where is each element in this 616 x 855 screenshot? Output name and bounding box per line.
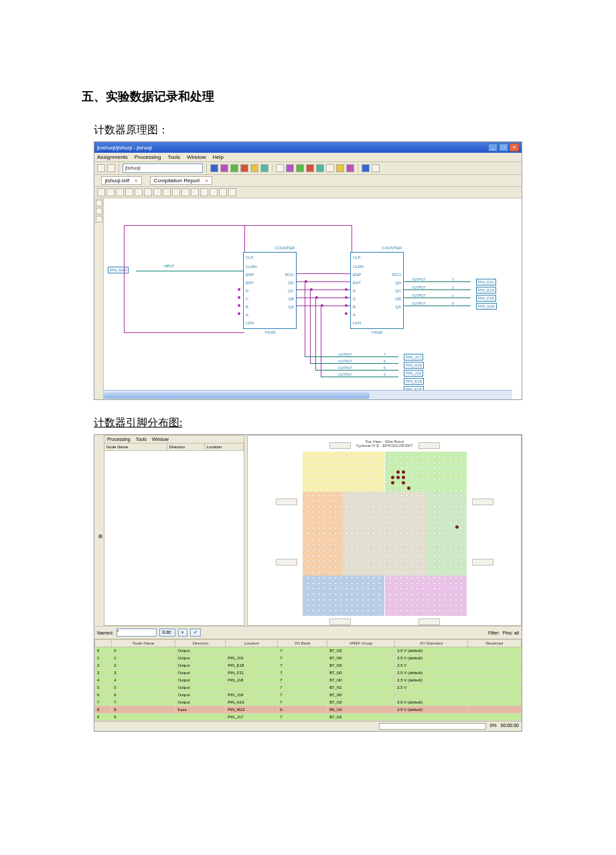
cell[interactable]: 7 <box>278 662 327 669</box>
cell[interactable]: 3 <box>95 669 112 677</box>
cell[interactable]: 1 <box>95 655 112 662</box>
zoom-icon[interactable] <box>106 188 114 196</box>
cell[interactable]: 8 <box>95 706 112 714</box>
bga-package[interactable] <box>303 452 467 616</box>
cell[interactable] <box>468 662 522 669</box>
cell[interactable] <box>226 647 278 655</box>
col-node[interactable]: Node Name <box>104 444 167 450</box>
table-row[interactable]: 66OutputPIN_J187B7_N0 <box>95 692 522 699</box>
device-view[interactable]: Top View - Wire Bond Cyclone IV E · EP4C… <box>247 435 522 626</box>
schematic-canvas[interactable]: PIN_M23 INPUT COUNTER 74160 CLK CLRN ENP… <box>94 198 522 399</box>
assigned-pin[interactable] <box>407 486 410 490</box>
cell[interactable] <box>226 684 278 692</box>
output-pin[interactable]: PIN_H19 <box>404 362 424 369</box>
col-direction[interactable]: Direction <box>167 444 205 450</box>
cell[interactable]: B7_N2 <box>327 647 395 655</box>
tool-icon[interactable] <box>220 164 228 172</box>
named-input[interactable]: * <box>117 629 157 637</box>
cell[interactable]: 7 <box>278 684 327 692</box>
project-combo[interactable]: jishuqi <box>123 163 203 173</box>
cell[interactable]: 2.5 V <box>395 684 468 692</box>
tool-icon[interactable] <box>96 216 102 222</box>
cell[interactable]: 7 <box>278 699 327 706</box>
cell[interactable]: B7_N2 <box>327 714 395 721</box>
table-row[interactable]: 44OutputPIN_J187B7_N02.5 V (default) <box>95 677 522 684</box>
cell[interactable]: 3 <box>112 669 175 677</box>
col-bank[interactable]: I/O Bank <box>278 640 327 647</box>
cell[interactable] <box>175 714 226 721</box>
rect-icon[interactable] <box>144 188 152 196</box>
output-pin[interactable]: PIN_J17 <box>404 354 423 360</box>
cell[interactable] <box>395 714 468 721</box>
assigned-pin[interactable] <box>455 525 459 529</box>
cell[interactable]: 7 <box>278 647 327 655</box>
cell[interactable] <box>468 692 522 699</box>
line-icon[interactable] <box>163 188 171 196</box>
cell[interactable]: 6 <box>278 706 327 714</box>
cell[interactable]: B6_N2 <box>327 706 395 714</box>
edit-x-button[interactable]: × <box>178 629 187 637</box>
cell[interactable]: 4 <box>95 677 112 684</box>
cell[interactable]: 2.5 V (default) <box>395 647 468 655</box>
cell[interactable]: Output <box>175 692 226 699</box>
menu-processing[interactable]: Processing <box>107 437 131 442</box>
cell[interactable]: Output <box>175 699 226 706</box>
menu-tools[interactable]: Tools <box>136 437 147 442</box>
compile-icon[interactable] <box>286 164 294 172</box>
groups-list[interactable] <box>104 451 244 625</box>
cell[interactable] <box>395 692 468 699</box>
menu-help[interactable]: Help <box>213 154 224 160</box>
cell[interactable]: 2.5 V (default) <box>395 699 468 706</box>
tool-icon[interactable] <box>346 164 354 172</box>
cell[interactable]: PIN_J19 <box>226 655 278 662</box>
tab-bdf[interactable]: jishuqi.bdf <box>101 176 142 185</box>
counter-2[interactable]: COUNTER 74160 CLK CLRN ENP ENT D C B A L… <box>350 252 404 329</box>
table-row[interactable]: 22OutputPIN_E187B7_N02.5 V <box>95 662 522 669</box>
tool-icon[interactable] <box>336 164 344 172</box>
output-pin[interactable]: PIN_J19 <box>404 370 423 377</box>
output-pin[interactable]: PIN_F21 <box>476 279 496 285</box>
cell[interactable]: Output <box>175 647 226 655</box>
tool-icon[interactable] <box>210 164 218 172</box>
bus-icon[interactable] <box>181 188 189 196</box>
cell[interactable]: B7_N2 <box>327 699 395 706</box>
cell[interactable] <box>468 684 522 692</box>
cell[interactable]: Output <box>175 669 226 677</box>
cell[interactable]: 2.5 V (default) <box>395 669 468 677</box>
cell[interactable]: Input <box>175 706 226 714</box>
cell[interactable]: B7_N0 <box>327 655 395 662</box>
symbol-icon[interactable] <box>135 188 143 196</box>
tool-icon[interactable] <box>230 164 238 172</box>
assigned-pin[interactable] <box>402 470 405 474</box>
cell[interactable] <box>468 669 522 677</box>
cell[interactable]: 6 <box>112 692 175 699</box>
output-pin[interactable]: PIN_G19 <box>476 303 497 310</box>
cell[interactable] <box>468 677 522 684</box>
tool-icon[interactable] <box>96 200 102 206</box>
cell[interactable]: 7 <box>95 699 112 706</box>
cell[interactable]: Output <box>175 677 226 684</box>
cell[interactable]: 5 <box>112 684 175 692</box>
tool-icon[interactable] <box>296 164 304 172</box>
tab-report[interactable]: Compilation Report <box>150 176 212 185</box>
output-pin[interactable]: PIN_E19 <box>476 287 496 293</box>
table-row[interactable]: 88InputPIN_M236B6_N22.5 V (default) <box>95 706 522 714</box>
cell[interactable]: PIN_E18 <box>226 662 278 669</box>
cell[interactable]: 0 <box>112 647 175 655</box>
cell[interactable]: 2.5 V <box>395 662 468 669</box>
menu-processing[interactable]: Processing <box>135 154 161 160</box>
cell[interactable]: 2 <box>112 662 175 669</box>
text-icon[interactable] <box>125 188 133 196</box>
cell[interactable]: PIN_J18 <box>226 692 278 699</box>
flip-icon[interactable] <box>210 188 218 196</box>
help-icon[interactable] <box>372 164 380 172</box>
cell[interactable]: 7 <box>278 692 327 699</box>
cell[interactable]: 5 <box>95 684 112 692</box>
tool-icon[interactable] <box>306 164 314 172</box>
input-pin[interactable]: PIN_M23 <box>108 267 129 273</box>
cell[interactable]: 7 <box>278 669 327 677</box>
cell[interactable]: 9 <box>112 714 175 721</box>
horizontal-scrollbar[interactable] <box>104 390 512 399</box>
assigned-pin[interactable] <box>402 481 405 484</box>
cell[interactable]: B7_N1 <box>327 684 395 692</box>
